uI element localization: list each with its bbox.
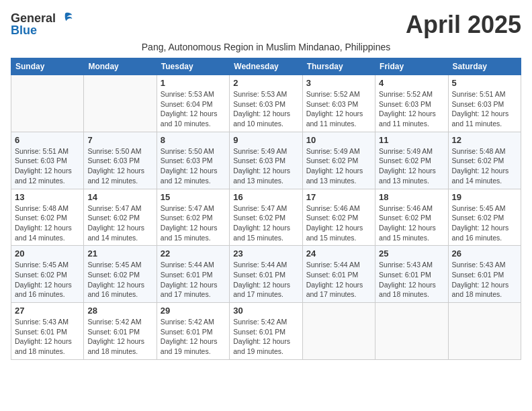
calendar-week-row: 20Sunrise: 5:45 AM Sunset: 6:02 PM Dayli…	[11, 246, 521, 303]
calendar-cell: 17Sunrise: 5:46 AM Sunset: 6:02 PM Dayli…	[302, 189, 375, 246]
calendar-cell: 7Sunrise: 5:50 AM Sunset: 6:03 PM Daylig…	[84, 132, 157, 189]
calendar-cell: 10Sunrise: 5:49 AM Sunset: 6:02 PM Dayli…	[302, 132, 375, 189]
day-number: 16	[233, 192, 298, 202]
day-info: Sunrise: 5:51 AM Sunset: 6:03 PM Dayligh…	[15, 146, 80, 186]
calendar-cell: 27Sunrise: 5:43 AM Sunset: 6:01 PM Dayli…	[11, 303, 84, 360]
day-info: Sunrise: 5:53 AM Sunset: 6:04 PM Dayligh…	[161, 89, 226, 129]
calendar-cell: 4Sunrise: 5:52 AM Sunset: 6:03 PM Daylig…	[375, 75, 448, 132]
calendar-cell: 15Sunrise: 5:47 AM Sunset: 6:02 PM Dayli…	[157, 189, 229, 246]
day-info: Sunrise: 5:42 AM Sunset: 6:01 PM Dayligh…	[87, 317, 152, 357]
calendar-cell: 23Sunrise: 5:44 AM Sunset: 6:01 PM Dayli…	[230, 246, 302, 303]
day-info: Sunrise: 5:49 AM Sunset: 6:02 PM Dayligh…	[379, 146, 444, 186]
day-number: 4	[379, 78, 444, 88]
day-info: Sunrise: 5:43 AM Sunset: 6:01 PM Dayligh…	[15, 317, 80, 357]
calendar-cell: 28Sunrise: 5:42 AM Sunset: 6:01 PM Dayli…	[84, 303, 157, 360]
day-info: Sunrise: 5:50 AM Sunset: 6:03 PM Dayligh…	[87, 146, 152, 186]
calendar-cell: 19Sunrise: 5:45 AM Sunset: 6:02 PM Dayli…	[448, 189, 521, 246]
calendar-header-monday: Monday	[84, 58, 157, 75]
day-number: 14	[87, 192, 152, 202]
calendar-header-tuesday: Tuesday	[157, 58, 229, 75]
calendar-header-saturday: Saturday	[448, 58, 521, 75]
day-info: Sunrise: 5:49 AM Sunset: 6:02 PM Dayligh…	[306, 146, 371, 186]
day-number: 17	[306, 192, 371, 202]
page-header: General Blue April 2025	[11, 11, 521, 39]
day-number: 28	[87, 306, 152, 316]
day-info: Sunrise: 5:45 AM Sunset: 6:02 PM Dayligh…	[452, 203, 517, 243]
day-number: 20	[15, 248, 80, 259]
month-title: April 2025	[406, 11, 521, 39]
day-info: Sunrise: 5:45 AM Sunset: 6:02 PM Dayligh…	[87, 260, 152, 300]
day-number: 29	[161, 306, 226, 316]
calendar-cell: 24Sunrise: 5:44 AM Sunset: 6:01 PM Dayli…	[302, 246, 375, 303]
day-number: 23	[233, 248, 298, 259]
day-number: 10	[306, 135, 371, 145]
calendar-table: SundayMondayTuesdayWednesdayThursdayFrid…	[11, 58, 521, 360]
calendar-header-row: SundayMondayTuesdayWednesdayThursdayFrid…	[11, 58, 521, 75]
day-info: Sunrise: 5:45 AM Sunset: 6:02 PM Dayligh…	[15, 260, 80, 300]
day-number: 12	[452, 135, 517, 145]
day-info: Sunrise: 5:44 AM Sunset: 6:01 PM Dayligh…	[233, 260, 298, 300]
calendar-week-row: 13Sunrise: 5:48 AM Sunset: 6:02 PM Dayli…	[11, 189, 521, 246]
day-number: 13	[15, 192, 80, 202]
day-number: 9	[233, 135, 298, 145]
calendar-cell	[11, 75, 84, 132]
day-number: 21	[87, 248, 152, 259]
day-info: Sunrise: 5:44 AM Sunset: 6:01 PM Dayligh…	[161, 260, 226, 300]
calendar-cell: 16Sunrise: 5:47 AM Sunset: 6:02 PM Dayli…	[230, 189, 302, 246]
day-number: 15	[161, 192, 226, 202]
day-number: 19	[452, 192, 517, 202]
calendar-cell: 18Sunrise: 5:46 AM Sunset: 6:02 PM Dayli…	[375, 189, 448, 246]
calendar-week-row: 27Sunrise: 5:43 AM Sunset: 6:01 PM Dayli…	[11, 303, 521, 360]
calendar-week-row: 6Sunrise: 5:51 AM Sunset: 6:03 PM Daylig…	[11, 132, 521, 189]
calendar-header-wednesday: Wednesday	[230, 58, 302, 75]
day-info: Sunrise: 5:47 AM Sunset: 6:02 PM Dayligh…	[233, 203, 298, 243]
day-number: 2	[233, 78, 298, 88]
day-number: 1	[161, 78, 226, 88]
day-info: Sunrise: 5:52 AM Sunset: 6:03 PM Dayligh…	[306, 89, 371, 129]
calendar-header-thursday: Thursday	[302, 58, 375, 75]
calendar-cell: 20Sunrise: 5:45 AM Sunset: 6:02 PM Dayli…	[11, 246, 84, 303]
day-number: 27	[15, 306, 80, 316]
day-info: Sunrise: 5:47 AM Sunset: 6:02 PM Dayligh…	[87, 203, 152, 243]
day-info: Sunrise: 5:50 AM Sunset: 6:03 PM Dayligh…	[161, 146, 226, 186]
day-info: Sunrise: 5:42 AM Sunset: 6:01 PM Dayligh…	[161, 317, 226, 357]
day-number: 18	[379, 192, 444, 202]
day-number: 30	[233, 306, 298, 316]
calendar-week-row: 1Sunrise: 5:53 AM Sunset: 6:04 PM Daylig…	[11, 75, 521, 132]
calendar-cell	[302, 303, 375, 360]
calendar-cell	[448, 303, 521, 360]
calendar-cell: 3Sunrise: 5:52 AM Sunset: 6:03 PM Daylig…	[302, 75, 375, 132]
logo: General Blue	[11, 11, 73, 38]
day-info: Sunrise: 5:48 AM Sunset: 6:02 PM Dayligh…	[15, 203, 80, 243]
day-number: 5	[452, 78, 517, 88]
day-info: Sunrise: 5:43 AM Sunset: 6:01 PM Dayligh…	[452, 260, 517, 300]
calendar-cell: 12Sunrise: 5:48 AM Sunset: 6:02 PM Dayli…	[448, 132, 521, 189]
day-info: Sunrise: 5:53 AM Sunset: 6:03 PM Dayligh…	[233, 89, 298, 129]
calendar-cell	[84, 75, 157, 132]
calendar-subtitle: Pang, Autonomous Region in Muslim Mindan…	[11, 42, 521, 52]
day-number: 22	[161, 248, 226, 259]
day-number: 26	[452, 248, 517, 259]
calendar-header-friday: Friday	[375, 58, 448, 75]
calendar-cell: 11Sunrise: 5:49 AM Sunset: 6:02 PM Dayli…	[375, 132, 448, 189]
day-number: 6	[15, 135, 80, 145]
calendar-cell: 1Sunrise: 5:53 AM Sunset: 6:04 PM Daylig…	[157, 75, 229, 132]
calendar-cell: 26Sunrise: 5:43 AM Sunset: 6:01 PM Dayli…	[448, 246, 521, 303]
day-number: 24	[306, 248, 371, 259]
calendar-cell: 30Sunrise: 5:42 AM Sunset: 6:01 PM Dayli…	[230, 303, 302, 360]
calendar-cell: 8Sunrise: 5:50 AM Sunset: 6:03 PM Daylig…	[157, 132, 229, 189]
calendar-cell: 22Sunrise: 5:44 AM Sunset: 6:01 PM Dayli…	[157, 246, 229, 303]
day-info: Sunrise: 5:43 AM Sunset: 6:01 PM Dayligh…	[379, 260, 444, 300]
day-info: Sunrise: 5:52 AM Sunset: 6:03 PM Dayligh…	[379, 89, 444, 129]
day-number: 7	[87, 135, 152, 145]
calendar-cell	[375, 303, 448, 360]
calendar-cell: 2Sunrise: 5:53 AM Sunset: 6:03 PM Daylig…	[230, 75, 302, 132]
day-info: Sunrise: 5:48 AM Sunset: 6:02 PM Dayligh…	[452, 146, 517, 186]
day-number: 25	[379, 248, 444, 259]
calendar-cell: 13Sunrise: 5:48 AM Sunset: 6:02 PM Dayli…	[11, 189, 84, 246]
logo-bird-icon	[57, 11, 73, 27]
calendar-cell: 21Sunrise: 5:45 AM Sunset: 6:02 PM Dayli…	[84, 246, 157, 303]
day-number: 3	[306, 78, 371, 88]
day-info: Sunrise: 5:46 AM Sunset: 6:02 PM Dayligh…	[379, 203, 444, 243]
day-info: Sunrise: 5:49 AM Sunset: 6:03 PM Dayligh…	[233, 146, 298, 186]
